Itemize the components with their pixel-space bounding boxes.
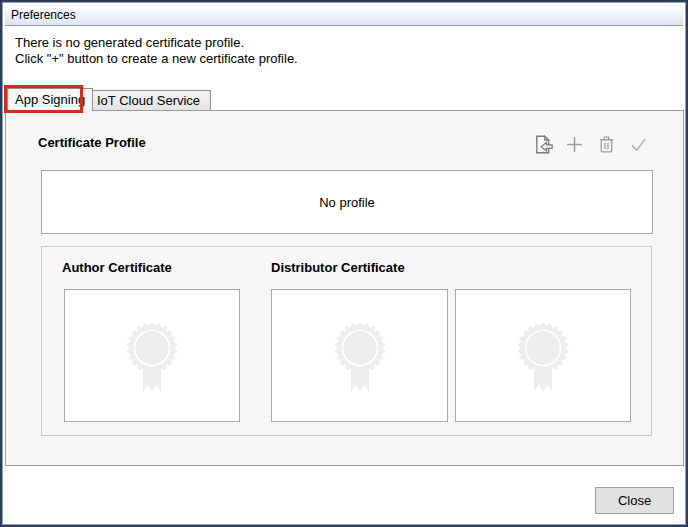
plus-icon	[564, 134, 585, 155]
no-profile-text: No profile	[319, 195, 375, 210]
author-certificate-label: Author Certificate	[62, 260, 172, 275]
import-profile-button[interactable]	[531, 133, 553, 155]
message-line-2: Click "+" button to create a new certifi…	[15, 51, 683, 67]
certificate-seal-icon	[320, 314, 400, 398]
author-certificate-box	[64, 289, 240, 422]
message-area: There is no generated certificate profil…	[5, 27, 683, 87]
profile-list-empty: No profile	[41, 170, 653, 234]
add-profile-button[interactable]	[563, 133, 585, 155]
tab-label: App Signing	[15, 92, 85, 107]
delete-profile-button[interactable]	[595, 133, 617, 155]
tab-iot-cloud-service[interactable]: IoT Cloud Service	[86, 90, 211, 110]
trash-icon	[596, 134, 617, 155]
message-line-1: There is no generated certificate profil…	[15, 35, 683, 51]
certificate-profile-toolbar	[531, 133, 649, 155]
apply-profile-button[interactable]	[627, 133, 649, 155]
title-bar[interactable]: Preferences	[5, 5, 683, 26]
certificate-seal-icon	[112, 314, 192, 398]
certificate-profile-title: Certificate Profile	[38, 135, 146, 150]
window-title: Preferences	[11, 8, 76, 22]
tab-label: IoT Cloud Service	[97, 93, 200, 108]
distributor-certificate-box-1	[271, 289, 448, 422]
document-import-icon	[532, 134, 553, 155]
app-signing-panel: Certificate Profile	[5, 110, 684, 466]
certificates-group: Author Certificate Distributor Certifica…	[41, 246, 652, 436]
close-button[interactable]: Close	[595, 487, 674, 514]
distributor-certificate-label: Distributor Certificate	[271, 260, 405, 275]
distributor-certificate-box-2	[455, 289, 631, 422]
check-icon	[628, 134, 649, 155]
tab-app-signing[interactable]: App Signing	[7, 88, 93, 111]
preferences-dialog: Preferences There is no generated certif…	[0, 0, 688, 527]
certificate-seal-icon	[503, 314, 583, 398]
dialog-button-bar: Close	[5, 466, 683, 524]
